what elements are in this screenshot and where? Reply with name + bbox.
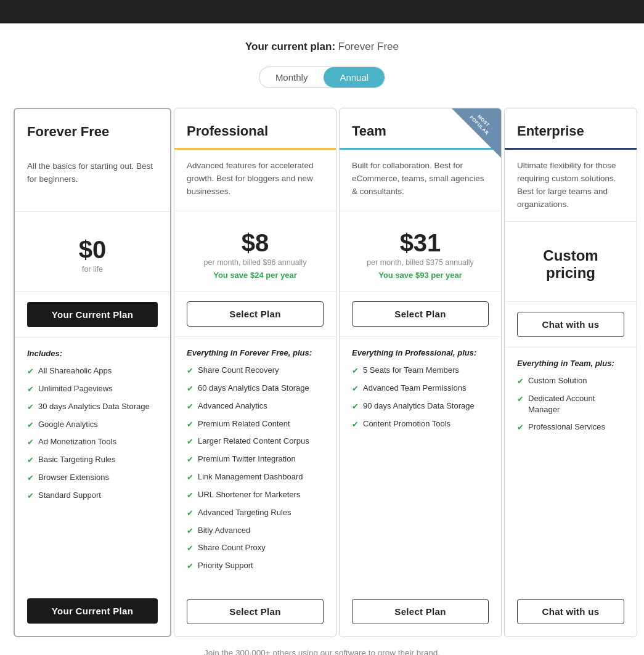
- feature-text: Share Count Proxy: [198, 542, 266, 554]
- check-icon: ✔: [27, 473, 34, 484]
- cta-bottom-enterprise[interactable]: Chat with us: [517, 599, 624, 624]
- price-sub-forever-free: for life: [82, 265, 103, 274]
- feature-item: ✔Premium Twitter Integration: [187, 454, 324, 466]
- cta-bottom-forever-free[interactable]: Your Current Plan: [27, 598, 158, 624]
- check-icon: ✔: [27, 366, 34, 378]
- feature-item: ✔5 Seats for Team Members: [352, 365, 489, 377]
- features-title-forever-free: Includes:: [27, 349, 158, 358]
- feature-item: ✔Standard Support: [27, 490, 158, 502]
- feature-text: URL Shortener for Marketers: [198, 489, 300, 501]
- feature-item: ✔URL Shortener for Marketers: [187, 489, 324, 502]
- features-section-enterprise: Everything in Team, plus: ✔Custom Soluti…: [505, 348, 637, 589]
- plan-professional: Professional Advanced features for accel…: [174, 108, 336, 637]
- plan-forever-free: Forever Free All the basics for starting…: [14, 108, 171, 637]
- feature-text: 90 days Analytics Data Storage: [363, 401, 475, 412]
- footer-note: Join the 300,000+ others using our softw…: [12, 648, 632, 655]
- feature-item: ✔Advanced Targeting Rules: [187, 507, 324, 519]
- cta-bottom-team[interactable]: Select Plan: [352, 599, 489, 624]
- plan-name-forever-free: Forever Free: [27, 124, 158, 140]
- features-section-professional: Everything in Forever Free, plus: ✔Share…: [174, 337, 336, 589]
- cta-top-forever-free[interactable]: Your Current Plan: [27, 302, 158, 327]
- feature-item: ✔Larger Related Content Corpus: [187, 436, 324, 448]
- check-icon: ✔: [187, 365, 194, 377]
- price-sub-professional: per month, billed $96 annually: [204, 258, 307, 267]
- feature-item: ✔Professional Services: [517, 421, 624, 434]
- page-wrapper: Your current plan: Forever Free Monthly …: [0, 23, 644, 655]
- feature-text: Link Management Dashboard: [198, 471, 303, 483]
- check-icon: ✔: [517, 422, 524, 434]
- check-icon: ✔: [27, 402, 34, 413]
- plan-name-enterprise: Enterprise: [517, 123, 624, 139]
- btn-section-top-team: Select Plan: [340, 291, 501, 337]
- current-plan-name: Forever Free: [338, 41, 399, 52]
- check-icon: ✔: [27, 420, 34, 431]
- cta-top-team[interactable]: Select Plan: [352, 301, 489, 327]
- feature-item: ✔Priority Support: [187, 560, 324, 572]
- plan-desc-professional: Advanced features for accelerated growth…: [174, 150, 336, 211]
- annual-toggle[interactable]: Annual: [324, 67, 385, 87]
- check-icon: ✔: [187, 383, 194, 395]
- feature-item: ✔Advanced Team Permissions: [352, 383, 489, 395]
- check-icon: ✔: [352, 401, 359, 413]
- plan-team: MOSTPOPULAR Team Built for collaboration…: [339, 108, 502, 637]
- feature-text: All Shareaholic Apps: [38, 365, 112, 377]
- feature-item: ✔All Shareaholic Apps: [27, 365, 158, 378]
- features-section-team: Everything in Professional, plus: ✔5 Sea…: [340, 337, 501, 589]
- feature-text: Professional Services: [528, 421, 605, 433]
- feature-item: ✔Basic Targeting Rules: [27, 454, 158, 466]
- plan-enterprise: Enterprise Ultimate flexibility for thos…: [504, 108, 637, 637]
- plan-name-professional: Professional: [187, 123, 324, 139]
- btn-section-top-enterprise: Chat with us: [505, 302, 637, 348]
- feature-text: Dedicated Account Manager: [528, 393, 624, 417]
- feature-item: ✔Premium Related Content: [187, 418, 324, 431]
- feature-text: Google Analytics: [38, 419, 98, 431]
- check-icon: ✔: [187, 561, 194, 572]
- feature-text: Premium Twitter Integration: [198, 454, 296, 465]
- check-icon: ✔: [352, 383, 359, 395]
- check-icon: ✔: [187, 490, 194, 502]
- features-title-team: Everything in Professional, plus:: [352, 348, 489, 357]
- feature-item: ✔Share Count Proxy: [187, 542, 324, 555]
- price-amount-professional: $8: [242, 229, 269, 257]
- feature-item: ✔Content Promotion Tools: [352, 418, 489, 431]
- feature-text: Basic Targeting Rules: [38, 454, 116, 466]
- feature-item: ✔90 days Analytics Data Storage: [352, 401, 489, 413]
- feature-item: ✔Advanced Analytics: [187, 401, 324, 413]
- feature-item: ✔Dedicated Account Manager: [517, 393, 624, 417]
- feature-text: Ad Monetization Tools: [38, 436, 116, 448]
- feature-text: Premium Related Content: [198, 418, 290, 430]
- cta-top-enterprise[interactable]: Chat with us: [517, 312, 624, 337]
- price-section-forever-free: $0 for life: [15, 212, 170, 292]
- price-sub-team: per month, billed $375 annually: [367, 258, 474, 267]
- check-icon: ✔: [27, 384, 34, 396]
- check-icon: ✔: [187, 508, 194, 519]
- check-icon: ✔: [517, 376, 524, 388]
- check-icon: ✔: [187, 472, 194, 484]
- feature-item: ✔Google Analytics: [27, 419, 158, 431]
- plan-desc-enterprise: Ultimate flexibility for those requiring…: [505, 150, 637, 222]
- feature-text: Priority Support: [198, 560, 253, 572]
- feature-text: Advanced Team Permissions: [363, 383, 466, 394]
- top-bar: [0, 0, 644, 23]
- feature-item: ✔Link Management Dashboard: [187, 471, 324, 484]
- price-savings-professional: You save $24 per year: [213, 271, 297, 280]
- btn-section-top-forever-free: Your Current Plan: [15, 292, 170, 338]
- plan-header-enterprise: Enterprise: [505, 108, 637, 150]
- feature-item: ✔Custom Solution: [517, 375, 624, 388]
- feature-text: Share Count Recovery: [198, 365, 279, 376]
- plan-desc-forever-free: All the basics for starting out. Best fo…: [15, 150, 170, 212]
- price-section-professional: $8 per month, billed $96 annually You sa…: [174, 211, 336, 291]
- monthly-toggle[interactable]: Monthly: [259, 67, 324, 87]
- btn-section-bottom-team: Select Plan: [340, 589, 501, 637]
- cta-bottom-professional[interactable]: Select Plan: [187, 599, 324, 624]
- check-icon: ✔: [187, 526, 194, 537]
- btn-section-bottom-professional: Select Plan: [174, 589, 336, 637]
- btn-section-bottom-forever-free: Your Current Plan: [15, 588, 170, 636]
- check-icon: ✔: [187, 543, 194, 555]
- cta-top-professional[interactable]: Select Plan: [187, 301, 324, 327]
- current-plan-prefix: Your current plan:: [245, 41, 335, 52]
- btn-section-bottom-enterprise: Chat with us: [505, 589, 637, 637]
- feature-item: ✔Ad Monetization Tools: [27, 436, 158, 449]
- feature-text: 30 days Analytics Data Storage: [38, 401, 150, 413]
- plans-grid: Forever Free All the basics for starting…: [12, 107, 632, 638]
